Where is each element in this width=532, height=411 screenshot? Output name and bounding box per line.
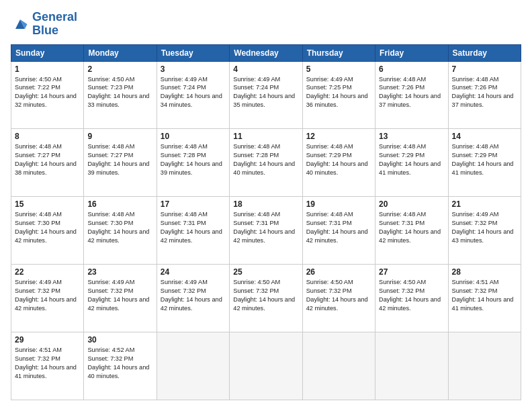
calendar-cell: 5 Sunrise: 4:49 AM Sunset: 7:25 PM Dayli… bbox=[302, 61, 375, 129]
calendar-cell: 12 Sunrise: 4:48 AM Sunset: 7:29 PM Dayl… bbox=[302, 129, 375, 197]
day-number: 7 bbox=[452, 64, 517, 74]
day-number: 21 bbox=[452, 199, 517, 209]
day-number: 19 bbox=[306, 199, 371, 209]
calendar-week-4: 22 Sunrise: 4:49 AM Sunset: 7:32 PM Dayl… bbox=[11, 265, 521, 332]
calendar-cell: 24 Sunrise: 4:49 AM Sunset: 7:32 PM Dayl… bbox=[157, 265, 229, 332]
calendar-cell: 3 Sunrise: 4:49 AM Sunset: 7:24 PM Dayli… bbox=[157, 61, 229, 129]
cell-info: Sunrise: 4:48 AM Sunset: 7:27 PM Dayligh… bbox=[87, 142, 152, 177]
cell-info: Sunrise: 4:49 AM Sunset: 7:25 PM Dayligh… bbox=[306, 75, 371, 110]
col-header-saturday: Saturday bbox=[448, 44, 521, 61]
calendar-cell: 11 Sunrise: 4:48 AM Sunset: 7:28 PM Dayl… bbox=[230, 129, 302, 197]
cell-info: Sunrise: 4:48 AM Sunset: 7:31 PM Dayligh… bbox=[233, 210, 298, 245]
day-number: 9 bbox=[87, 132, 152, 141]
cell-info: Sunrise: 4:49 AM Sunset: 7:32 PM Dayligh… bbox=[87, 278, 152, 313]
day-number: 14 bbox=[452, 132, 517, 141]
calendar-cell: 1 Sunrise: 4:50 AM Sunset: 7:22 PM Dayli… bbox=[11, 61, 84, 129]
calendar-cell: 28 Sunrise: 4:51 AM Sunset: 7:32 PM Dayl… bbox=[448, 265, 521, 332]
day-number: 3 bbox=[161, 64, 226, 74]
cell-info: Sunrise: 4:49 AM Sunset: 7:24 PM Dayligh… bbox=[233, 75, 298, 110]
day-number: 30 bbox=[87, 335, 152, 345]
calendar-cell: 27 Sunrise: 4:50 AM Sunset: 7:32 PM Dayl… bbox=[375, 265, 448, 332]
calendar-cell: 17 Sunrise: 4:48 AM Sunset: 7:31 PM Dayl… bbox=[157, 197, 229, 265]
calendar-week-5: 29 Sunrise: 4:51 AM Sunset: 7:32 PM Dayl… bbox=[11, 332, 521, 400]
day-number: 27 bbox=[379, 267, 444, 277]
day-number: 15 bbox=[15, 199, 80, 209]
day-number: 2 bbox=[87, 64, 152, 74]
calendar-cell: 16 Sunrise: 4:48 AM Sunset: 7:30 PM Dayl… bbox=[84, 197, 157, 265]
calendar-cell: 7 Sunrise: 4:48 AM Sunset: 7:26 PM Dayli… bbox=[448, 61, 521, 129]
day-number: 4 bbox=[233, 64, 298, 74]
cell-info: Sunrise: 4:51 AM Sunset: 7:32 PM Dayligh… bbox=[15, 346, 80, 381]
calendar-cell: 23 Sunrise: 4:49 AM Sunset: 7:32 PM Dayl… bbox=[84, 265, 157, 332]
day-number: 8 bbox=[15, 132, 80, 141]
cell-info: Sunrise: 4:49 AM Sunset: 7:24 PM Dayligh… bbox=[161, 75, 226, 110]
logo: General Blue bbox=[11, 11, 77, 38]
calendar-cell: 10 Sunrise: 4:48 AM Sunset: 7:28 PM Dayl… bbox=[157, 129, 229, 197]
day-number: 1 bbox=[15, 64, 80, 74]
cell-info: Sunrise: 4:48 AM Sunset: 7:30 PM Dayligh… bbox=[87, 210, 152, 245]
cell-info: Sunrise: 4:48 AM Sunset: 7:29 PM Dayligh… bbox=[379, 142, 444, 177]
cell-info: Sunrise: 4:48 AM Sunset: 7:28 PM Dayligh… bbox=[233, 142, 298, 177]
day-number: 22 bbox=[15, 267, 80, 277]
calendar-cell: 22 Sunrise: 4:49 AM Sunset: 7:32 PM Dayl… bbox=[11, 265, 84, 332]
col-header-wednesday: Wednesday bbox=[230, 44, 302, 61]
page: General Blue SundayMondayTuesdayWednesda… bbox=[0, 0, 532, 411]
cell-info: Sunrise: 4:49 AM Sunset: 7:32 PM Dayligh… bbox=[452, 210, 517, 245]
calendar-cell: 21 Sunrise: 4:49 AM Sunset: 7:32 PM Dayl… bbox=[448, 197, 521, 265]
cell-info: Sunrise: 4:51 AM Sunset: 7:32 PM Dayligh… bbox=[452, 278, 517, 313]
calendar-cell bbox=[302, 332, 375, 400]
calendar-week-3: 15 Sunrise: 4:48 AM Sunset: 7:30 PM Dayl… bbox=[11, 197, 521, 265]
day-number: 28 bbox=[452, 267, 517, 277]
calendar-cell: 26 Sunrise: 4:50 AM Sunset: 7:32 PM Dayl… bbox=[302, 265, 375, 332]
cell-info: Sunrise: 4:50 AM Sunset: 7:32 PM Dayligh… bbox=[306, 278, 371, 313]
cell-info: Sunrise: 4:48 AM Sunset: 7:30 PM Dayligh… bbox=[15, 210, 80, 245]
cell-info: Sunrise: 4:48 AM Sunset: 7:31 PM Dayligh… bbox=[379, 210, 444, 245]
calendar-cell: 25 Sunrise: 4:50 AM Sunset: 7:32 PM Dayl… bbox=[230, 265, 302, 332]
col-header-friday: Friday bbox=[375, 44, 448, 61]
day-number: 23 bbox=[87, 267, 152, 277]
cell-info: Sunrise: 4:48 AM Sunset: 7:28 PM Dayligh… bbox=[161, 142, 226, 177]
calendar-cell bbox=[375, 332, 448, 400]
calendar-cell bbox=[230, 332, 302, 400]
cell-info: Sunrise: 4:48 AM Sunset: 7:31 PM Dayligh… bbox=[161, 210, 226, 245]
calendar-cell: 4 Sunrise: 4:49 AM Sunset: 7:24 PM Dayli… bbox=[230, 61, 302, 129]
cell-info: Sunrise: 4:50 AM Sunset: 7:22 PM Dayligh… bbox=[15, 75, 80, 110]
calendar-cell: 30 Sunrise: 4:52 AM Sunset: 7:32 PM Dayl… bbox=[84, 332, 157, 400]
cell-info: Sunrise: 4:48 AM Sunset: 7:29 PM Dayligh… bbox=[306, 142, 371, 177]
calendar-cell: 14 Sunrise: 4:48 AM Sunset: 7:29 PM Dayl… bbox=[448, 129, 521, 197]
day-number: 10 bbox=[161, 132, 226, 141]
day-number: 29 bbox=[15, 335, 80, 345]
calendar-week-2: 8 Sunrise: 4:48 AM Sunset: 7:27 PM Dayli… bbox=[11, 129, 521, 197]
day-number: 24 bbox=[161, 267, 226, 277]
cell-info: Sunrise: 4:50 AM Sunset: 7:32 PM Dayligh… bbox=[233, 278, 298, 313]
day-number: 18 bbox=[233, 199, 298, 209]
day-number: 6 bbox=[379, 64, 444, 74]
cell-info: Sunrise: 4:48 AM Sunset: 7:27 PM Dayligh… bbox=[15, 142, 80, 177]
day-number: 20 bbox=[379, 199, 444, 209]
calendar-cell bbox=[157, 332, 229, 400]
cell-info: Sunrise: 4:48 AM Sunset: 7:26 PM Dayligh… bbox=[452, 75, 517, 110]
cell-info: Sunrise: 4:52 AM Sunset: 7:32 PM Dayligh… bbox=[87, 346, 152, 381]
col-header-thursday: Thursday bbox=[302, 44, 375, 61]
cell-info: Sunrise: 4:49 AM Sunset: 7:32 PM Dayligh… bbox=[161, 278, 226, 313]
day-number: 12 bbox=[306, 132, 371, 141]
calendar-cell: 29 Sunrise: 4:51 AM Sunset: 7:32 PM Dayl… bbox=[11, 332, 84, 400]
calendar-table: SundayMondayTuesdayWednesdayThursdayFrid… bbox=[11, 44, 521, 400]
calendar-cell: 8 Sunrise: 4:48 AM Sunset: 7:27 PM Dayli… bbox=[11, 129, 84, 197]
col-header-tuesday: Tuesday bbox=[157, 44, 229, 61]
calendar-cell: 18 Sunrise: 4:48 AM Sunset: 7:31 PM Dayl… bbox=[230, 197, 302, 265]
day-number: 11 bbox=[233, 132, 298, 141]
logo-text: General Blue bbox=[32, 11, 77, 38]
calendar-cell bbox=[448, 332, 521, 400]
calendar-cell: 9 Sunrise: 4:48 AM Sunset: 7:27 PM Dayli… bbox=[84, 129, 157, 197]
logo-icon bbox=[11, 15, 30, 34]
cell-info: Sunrise: 4:48 AM Sunset: 7:26 PM Dayligh… bbox=[379, 75, 444, 110]
cell-info: Sunrise: 4:50 AM Sunset: 7:32 PM Dayligh… bbox=[379, 278, 444, 313]
day-number: 16 bbox=[87, 199, 152, 209]
day-number: 17 bbox=[161, 199, 226, 209]
cell-info: Sunrise: 4:48 AM Sunset: 7:29 PM Dayligh… bbox=[452, 142, 517, 177]
calendar-cell: 13 Sunrise: 4:48 AM Sunset: 7:29 PM Dayl… bbox=[375, 129, 448, 197]
day-number: 13 bbox=[379, 132, 444, 141]
day-number: 25 bbox=[233, 267, 298, 277]
cell-info: Sunrise: 4:48 AM Sunset: 7:31 PM Dayligh… bbox=[306, 210, 371, 245]
